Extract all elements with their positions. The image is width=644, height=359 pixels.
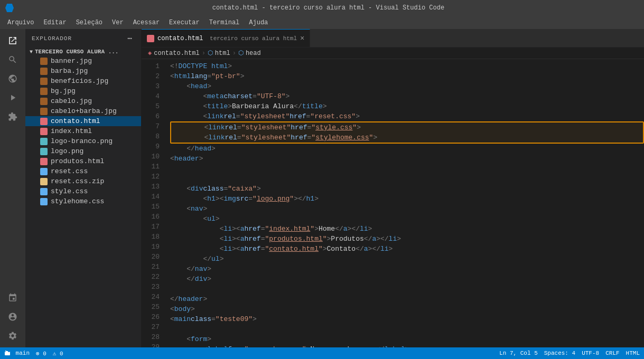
file-icon-jpg [40, 58, 48, 65]
file-logo-png[interactable]: logo.png [25, 146, 141, 156]
main-layout: Explorador ⋯ ▼ TERCEIRO CURSO ALURA ... … [0, 29, 644, 347]
sidebar: Explorador ⋯ ▼ TERCEIRO CURSO ALURA ... … [25, 29, 142, 347]
code-line-22: </div> [170, 274, 644, 284]
tab-label: terceiro curso alura html [206, 35, 297, 42]
tab-file-icon [147, 35, 154, 42]
tab-close-button[interactable]: × [300, 34, 304, 43]
code-line-24: </header> [170, 294, 644, 304]
menu-bar: Arquivo Editar Seleção Ver Acessar Execu… [0, 16, 644, 29]
sidebar-title: Explorador [32, 35, 72, 42]
breadcrumb: ◈ contato.html › ⬡ html › ⬡ head [142, 48, 644, 59]
file-icon-html [40, 158, 48, 165]
activity-remote[interactable] [5, 290, 20, 305]
activity-bar [0, 29, 25, 347]
status-line: Ln 7, Col 5 [499, 350, 538, 356]
code-line-11 [170, 164, 644, 174]
code-line-8: <link rel="stylesheet" href="stylehome.c… [171, 133, 643, 143]
activity-account[interactable] [5, 309, 20, 324]
breadcrumb-sep-2: › [232, 50, 236, 57]
code-line-10: <header> [170, 154, 644, 164]
tab-bar: contato.html terceiro curso alura html × [142, 29, 644, 48]
file-icon-zip [40, 178, 48, 185]
activity-search[interactable] [5, 52, 20, 67]
file-icon-css [40, 198, 48, 205]
new-file-icon[interactable]: ⋯ [126, 33, 135, 44]
status-branch: main [4, 350, 30, 356]
file-beneficios-jpg[interactable]: beneficios.jpg [25, 76, 141, 86]
file-bg-jpg[interactable]: bg.jpg [25, 86, 141, 96]
code-line-1: <!DOCTYPE html> [170, 61, 644, 71]
file-barba-jpg[interactable]: barba.jpg [25, 66, 141, 76]
file-style-css[interactable]: style.css [25, 186, 141, 196]
tab-filename: contato.html [157, 35, 203, 42]
file-reset-css-zip[interactable]: reset.css.zip [25, 176, 141, 186]
code-line-26: <main class="teste09"> [170, 314, 644, 324]
file-logo-branco-png[interactable]: logo-branco.png [25, 136, 141, 146]
status-right: Ln 7, Col 5 Spaces: 4 UTF-8 CRLF HTML [499, 350, 640, 356]
code-line-25: <body> [170, 304, 644, 314]
status-warnings: ⚠ 0 [53, 350, 63, 357]
file-cabelo-jpg[interactable]: cabelo.jpg [25, 96, 141, 106]
code-line-27 [170, 324, 644, 334]
code-line-23 [170, 284, 644, 294]
menu-ver[interactable]: Ver [108, 18, 128, 27]
menu-terminal[interactable]: Terminal [205, 18, 244, 27]
status-language: HTML [626, 350, 640, 356]
status-line-ending: CRLF [605, 350, 619, 356]
breadcrumb-file: ◈ contato.html [148, 49, 200, 57]
code-line-28: <form> [170, 334, 644, 344]
code-line-14: <h1><img src="logo.png"></h1> [170, 194, 644, 204]
sidebar-header-icons: ⋯ [126, 33, 135, 44]
menu-executar[interactable]: Executar [165, 18, 204, 27]
code-line-13: <div class="caixa"> [170, 184, 644, 194]
breadcrumb-html-icon: ◈ [148, 49, 152, 57]
folder-root[interactable]: ▼ TERCEIRO CURSO ALURA ... [25, 48, 141, 56]
breadcrumb-html: ⬡ html [208, 49, 230, 57]
file-produtos-html[interactable]: produtos.html [25, 156, 141, 166]
menu-selecao[interactable]: Seleção [72, 18, 107, 27]
code-line-19: <li><a href="contato.html">Contato</a></… [170, 244, 644, 254]
sidebar-header: Explorador ⋯ [25, 29, 141, 48]
file-icon-png [40, 138, 48, 145]
code-line-4: <meta charset="UTF-8"> [170, 91, 644, 101]
menu-editar[interactable]: Editar [39, 18, 70, 27]
file-stylehome-css[interactable]: stylehome.css [25, 196, 141, 206]
code-line-29: <label for="nomesobrenome">Nome e sobren… [170, 344, 644, 347]
activity-explorer[interactable] [5, 33, 20, 48]
file-reset-css[interactable]: reset.css [25, 166, 141, 176]
code-line-7: <link rel="stylesheet" href="style.css"> [171, 122, 643, 133]
activity-extensions[interactable] [5, 109, 20, 124]
menu-ajuda[interactable]: Ajuda [245, 18, 272, 27]
activity-settings[interactable] [5, 328, 20, 343]
breadcrumb-head: ⬡ head [238, 49, 261, 57]
status-spaces: Spaces: 4 [544, 350, 575, 356]
code-editor[interactable]: 1 2 3 4 5 6 7 8 9 10 11 12 13 14 15 16 1… [142, 59, 644, 347]
editor-area: contato.html terceiro curso alura html ×… [142, 29, 644, 347]
file-icon-html [40, 128, 48, 135]
code-content[interactable]: <!DOCTYPE html> <html lang="pt-br"> <hea… [168, 61, 644, 347]
file-icon-html [40, 118, 48, 125]
code-line-2: <html lang="pt-br"> [170, 71, 644, 81]
breadcrumb-head-icon: ⬡ [238, 49, 244, 57]
file-index-html[interactable]: index.html [25, 126, 141, 136]
code-line-6: <link rel="stylesheet" href="reset.css"> [170, 111, 644, 121]
menu-acessar[interactable]: Acessar [129, 18, 164, 27]
code-line-12 [170, 174, 644, 184]
file-icon-jpg [40, 98, 48, 105]
activity-git[interactable] [5, 71, 20, 86]
title-bar: contato.html - terceiro curso alura html… [0, 0, 644, 16]
code-line-5: <title>Barbearia Alura</title> [170, 101, 644, 111]
code-line-18: <li><a href="produtos.html">Produtos</a>… [170, 234, 644, 244]
code-line-20: </ul> [170, 254, 644, 264]
code-line-17: <li><a href="index.html">Home</a></li> [170, 224, 644, 234]
window-title: contato.html - terceiro curso alura html… [18, 4, 639, 12]
file-contato-html[interactable]: contato.html [25, 116, 141, 126]
status-errors: ⊗ 0 [36, 350, 46, 357]
activity-run[interactable] [5, 90, 20, 105]
file-cabelo-barba-jpg[interactable]: cabelo+barba.jpg [25, 106, 141, 116]
file-banner-jpg[interactable]: banner.jpg [25, 56, 141, 66]
title-bar-left [5, 4, 14, 12]
menu-arquivo[interactable]: Arquivo [3, 18, 38, 27]
tab-contato-html[interactable]: contato.html terceiro curso alura html × [142, 29, 310, 47]
vscode-icon [5, 4, 14, 12]
